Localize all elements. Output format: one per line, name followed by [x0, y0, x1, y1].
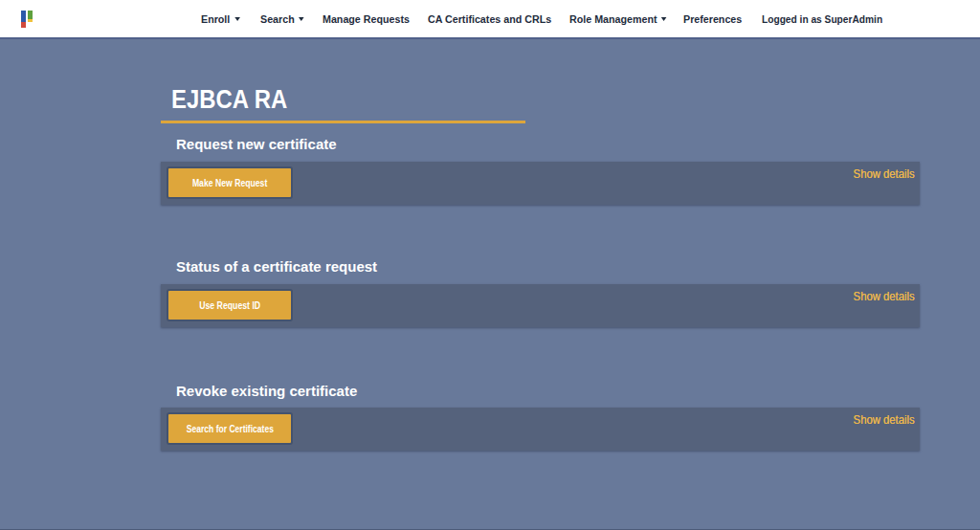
section-panel: Search for Certificates Show details	[161, 408, 920, 451]
button-label: Search for Certificates	[186, 423, 273, 434]
make-new-request-button[interactable]: Make New Request	[167, 166, 293, 199]
nav-item-role-management[interactable]: Role Management	[569, 0, 667, 37]
nav-item-label: Enroll	[201, 13, 230, 25]
nav-item-search[interactable]: Search	[260, 0, 304, 37]
nav-item-label: Role Management	[569, 13, 657, 25]
nav-item-logged-in-as-superadmin[interactable]: Logged in as SuperAdmin	[762, 0, 882, 37]
top-navigation-bar: Enroll Search Manage Requests CA Certifi…	[0, 0, 980, 39]
nav-item-label: CA Certificates and CRLs	[428, 13, 551, 25]
ejbca-ra-page: Enroll Search Manage Requests CA Certifi…	[0, 0, 980, 530]
section-panel: Use Request ID Show details	[161, 284, 920, 327]
title-underline	[161, 121, 525, 123]
nav-item-label: Manage Requests	[323, 13, 410, 25]
nav-item-preferences[interactable]: Preferences	[683, 0, 742, 37]
chevron-down-icon	[234, 17, 240, 21]
chevron-down-icon	[661, 17, 667, 21]
section-heading: Request new certificate	[176, 137, 337, 151]
search-for-certificates-button[interactable]: Search for Certificates	[167, 412, 293, 445]
use-request-id-button[interactable]: Use Request ID	[167, 289, 293, 321]
section-panel: Make New Request Show details	[161, 162, 920, 205]
chevron-down-icon	[299, 17, 304, 21]
nav-item-manage-requests[interactable]: Manage Requests	[323, 0, 410, 37]
show-details-link[interactable]: Show details	[854, 290, 915, 302]
nav-item-label: Logged in as SuperAdmin	[762, 13, 882, 25]
show-details-link[interactable]: Show details	[854, 167, 915, 180]
button-label: Use Request ID	[199, 299, 260, 311]
nav-item-label: Search	[260, 13, 295, 25]
nav-item-label: Preferences	[683, 13, 742, 25]
main-menu: Enroll Search Manage Requests CA Certifi…	[0, 0, 980, 37]
section-heading: Status of a certificate request	[176, 259, 377, 274]
nav-item-enroll[interactable]: Enroll	[201, 0, 240, 37]
show-details-link[interactable]: Show details	[854, 413, 915, 426]
nav-item-ca-certificates-and-crls[interactable]: CA Certificates and CRLs	[428, 0, 551, 37]
section-heading: Revoke existing certificate	[176, 384, 357, 398]
page-title: EJBCA RA	[171, 87, 287, 113]
button-label: Make New Request	[192, 177, 267, 188]
